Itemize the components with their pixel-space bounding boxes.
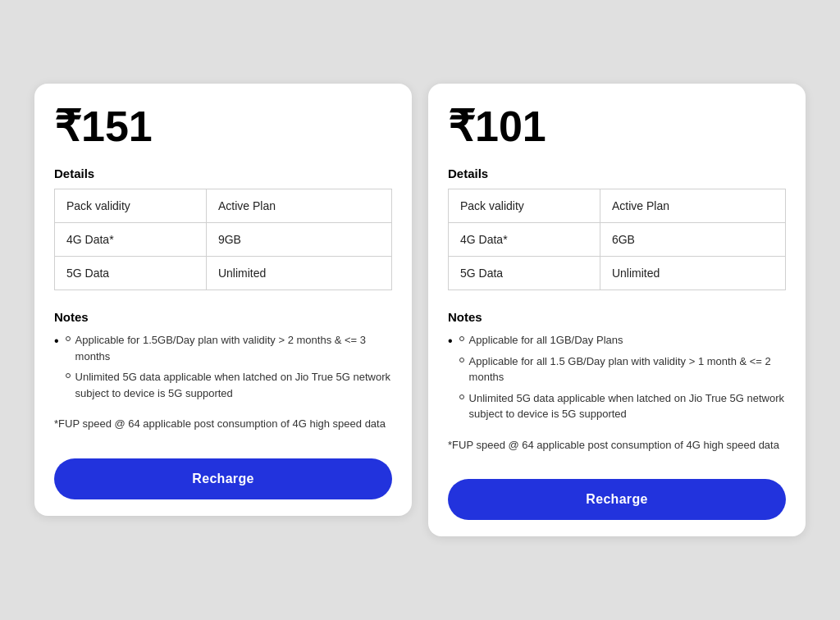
bullet-icon: • bbox=[448, 334, 453, 427]
fup-note: *FUP speed @ 64 applicable post consumpt… bbox=[448, 437, 786, 454]
table-cell-value: Active Plan bbox=[206, 189, 391, 223]
table-cell-label: Pack validity bbox=[449, 189, 600, 223]
sub-notes-list: Applicable for 1.5GB/Day plan with valid… bbox=[66, 332, 392, 406]
note-text: Applicable for all 1GB/Day Plans bbox=[469, 332, 623, 349]
table-cell-label: 4G Data* bbox=[55, 223, 207, 257]
sub-notes-list: Applicable for all 1GB/Day PlansApplicab… bbox=[459, 332, 786, 427]
table-cell-value: Unlimited bbox=[206, 257, 391, 290]
plan-price: ₹101 bbox=[448, 103, 786, 150]
table-cell-label: 4G Data* bbox=[449, 223, 600, 257]
circle-bullet-icon bbox=[66, 373, 71, 378]
table-row: 5G DataUnlimited bbox=[449, 257, 786, 290]
fup-note: *FUP speed @ 64 applicable post consumpt… bbox=[54, 416, 392, 432]
circle-bullet-icon bbox=[459, 394, 464, 399]
details-table: Pack validityActive Plan4G Data*6GB5G Da… bbox=[448, 189, 786, 290]
note-text: Unlimited 5G data applicable when latche… bbox=[75, 369, 392, 401]
table-row: 4G Data*6GB bbox=[449, 223, 786, 257]
notes-section: Notes•Applicable for 1.5GB/Day plan with… bbox=[54, 310, 392, 432]
plans-container: ₹151DetailsPack validityActive Plan4G Da… bbox=[0, 67, 840, 553]
plan-card-0: ₹151DetailsPack validityActive Plan4G Da… bbox=[34, 84, 412, 516]
table-cell-value: Unlimited bbox=[600, 257, 785, 290]
table-row: 5G DataUnlimited bbox=[55, 257, 392, 290]
notes-title: Notes bbox=[448, 310, 786, 324]
circle-bullet-icon bbox=[459, 358, 464, 362]
table-cell-value: 6GB bbox=[600, 223, 785, 257]
details-title: Details bbox=[448, 166, 786, 180]
scrollable-content[interactable]: DetailsPack validityActive Plan4G Data*9… bbox=[54, 166, 395, 445]
plan-price: ₹151 bbox=[54, 103, 392, 150]
table-cell-label: 5G Data bbox=[449, 257, 600, 290]
table-cell-value: 9GB bbox=[206, 223, 391, 257]
details-title: Details bbox=[54, 166, 392, 180]
notes-list-item: •Applicable for 1.5GB/Day plan with vali… bbox=[54, 332, 392, 406]
sub-note-item: Unlimited 5G data applicable when latche… bbox=[66, 369, 392, 401]
note-text: Applicable for all 1.5 GB/Day plan with … bbox=[469, 353, 786, 385]
table-cell-label: 5G Data bbox=[55, 257, 207, 290]
scrollable-content[interactable]: DetailsPack validityActive Plan4G Data*6… bbox=[448, 166, 789, 466]
details-table: Pack validityActive Plan4G Data*9GB5G Da… bbox=[54, 189, 392, 290]
sub-note-item: Unlimited 5G data applicable when latche… bbox=[459, 390, 786, 422]
table-cell-label: Pack validity bbox=[55, 189, 207, 223]
notes-title: Notes bbox=[54, 310, 392, 324]
note-text: Applicable for 1.5GB/Day plan with valid… bbox=[75, 332, 392, 364]
recharge-button[interactable]: Recharge bbox=[54, 458, 392, 499]
sub-note-item: Applicable for all 1GB/Day Plans bbox=[459, 332, 786, 349]
sub-note-item: Applicable for all 1.5 GB/Day plan with … bbox=[459, 353, 786, 385]
notes-list-item: •Applicable for all 1GB/Day PlansApplica… bbox=[448, 332, 786, 427]
sub-note-item: Applicable for 1.5GB/Day plan with valid… bbox=[66, 332, 392, 364]
table-row: 4G Data*9GB bbox=[55, 223, 392, 257]
circle-bullet-icon bbox=[459, 336, 464, 341]
table-row: Pack validityActive Plan bbox=[449, 189, 786, 223]
note-text: Unlimited 5G data applicable when latche… bbox=[469, 390, 786, 422]
table-cell-value: Active Plan bbox=[600, 189, 785, 223]
plan-card-1: ₹101DetailsPack validityActive Plan4G Da… bbox=[428, 84, 806, 536]
recharge-button[interactable]: Recharge bbox=[448, 479, 786, 520]
notes-list: •Applicable for 1.5GB/Day plan with vali… bbox=[54, 332, 392, 406]
notes-section: Notes•Applicable for all 1GB/Day PlansAp… bbox=[448, 310, 786, 453]
circle-bullet-icon bbox=[66, 336, 71, 341]
table-row: Pack validityActive Plan bbox=[55, 189, 392, 223]
bullet-icon: • bbox=[54, 334, 59, 406]
notes-list: •Applicable for all 1GB/Day PlansApplica… bbox=[448, 332, 786, 427]
